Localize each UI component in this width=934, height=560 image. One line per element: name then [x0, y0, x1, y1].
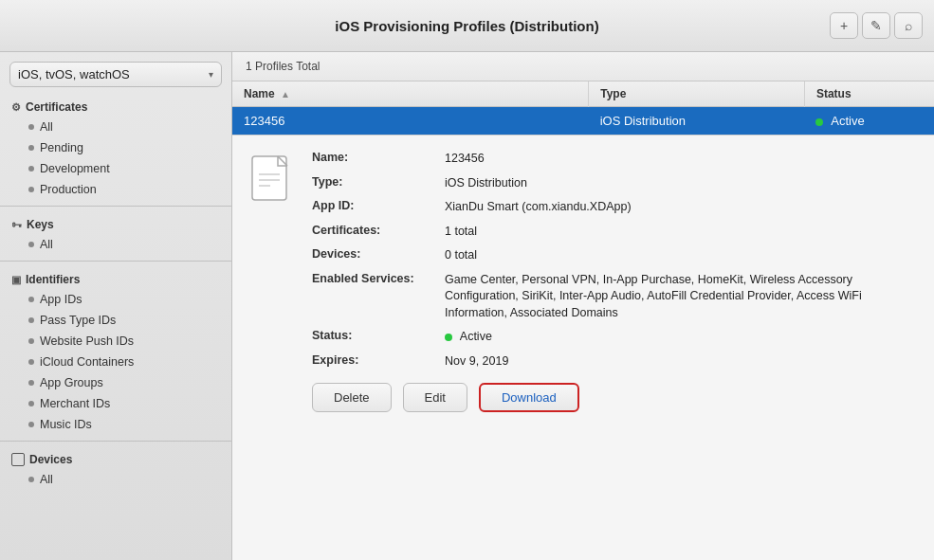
content-header: 1 Profiles Total — [232, 52, 934, 81]
sidebar-item-music-ids[interactable]: Music IDs — [0, 414, 231, 435]
sidebar-item-production[interactable]: Production — [0, 179, 231, 200]
col-type-header[interactable]: Type — [589, 81, 805, 107]
table-header-row: Name ▲ Type Status — [232, 81, 934, 107]
sidebar-item-pass-type-ids[interactable]: Pass Type IDs — [0, 310, 231, 331]
devices-label: Devices: — [312, 247, 445, 261]
top-bar: iOS Provisioning Profiles (Distribution)… — [0, 0, 934, 52]
edit-button[interactable]: ✎ — [862, 12, 890, 39]
detail-rows: Name: 123456 Type: iOS Distribution App … — [312, 151, 915, 370]
profiles-table-container: Name ▲ Type Status 123456 iOS — [232, 81, 934, 135]
sidebar: iOS, tvOS, watchOS ▾ ⚙ Certificates All … — [0, 52, 232, 560]
device-icon — [11, 453, 25, 466]
bullet-icon — [28, 145, 34, 151]
row-name: 123456 — [232, 107, 589, 135]
sidebar-item-all-certs[interactable]: All — [0, 117, 231, 137]
sidebar-item-label: All — [40, 473, 53, 486]
devices-label: Devices — [29, 453, 72, 466]
sidebar-item-all-devices[interactable]: All — [0, 469, 231, 490]
sidebar-item-label: Development — [40, 162, 110, 175]
detail-status-row: Status: Active — [312, 329, 915, 346]
platform-selector[interactable]: iOS, tvOS, watchOS ▾ — [9, 62, 222, 87]
sidebar-item-label: Production — [40, 183, 97, 196]
profiles-total: 1 Profiles Total — [246, 60, 320, 73]
detail-certificates-row: Certificates: 1 total — [312, 224, 915, 241]
enabled-services-value: Game Center, Personal VPN, In-App Purcha… — [445, 272, 915, 322]
edit-button[interactable]: Edit — [403, 383, 467, 412]
bullet-icon — [28, 297, 34, 302]
status-dot-detail-icon — [445, 334, 452, 341]
sidebar-item-label: iCloud Containers — [40, 355, 134, 369]
status-dot-icon — [815, 118, 823, 126]
keys-label: Keys — [27, 218, 54, 231]
download-button[interactable]: Download — [479, 383, 579, 412]
certificates-label: Certificates — [26, 100, 87, 114]
app-id-value: XianDu Smart (com.xiandu.XDApp) — [445, 199, 915, 216]
detail-name-row: Name: 123456 — [312, 151, 915, 168]
app-id-label: App ID: — [312, 199, 445, 212]
sidebar-item-development[interactable]: Development — [0, 158, 231, 179]
type-label: Type: — [312, 175, 445, 189]
certificates-section: ⚙ Certificates All Pending Development P… — [0, 95, 231, 200]
devices-section: Devices All — [0, 447, 231, 490]
bullet-icon — [28, 380, 34, 386]
devices-value: 0 total — [445, 247, 915, 264]
keys-header[interactable]: 🗝 Keys — [0, 212, 231, 234]
detail-type-row: Type: iOS Distribution — [312, 175, 915, 192]
row-type: iOS Distribution — [589, 107, 805, 135]
expires-label: Expires: — [312, 353, 445, 367]
name-value: 123456 — [445, 151, 915, 168]
identifiers-section: ▣ Identifiers App IDs Pass Type IDs Webs… — [0, 267, 231, 435]
row-status: Active — [804, 107, 934, 135]
sidebar-item-label: All — [40, 120, 53, 134]
bullet-icon — [28, 477, 34, 482]
sidebar-item-website-push-ids[interactable]: Website Push IDs — [0, 331, 231, 352]
sidebar-item-label: Website Push IDs — [40, 334, 134, 348]
identifiers-label: Identifiers — [26, 273, 80, 286]
col-name-header[interactable]: Name ▲ — [232, 81, 589, 107]
sidebar-item-app-groups[interactable]: App Groups — [0, 372, 231, 393]
sidebar-item-all-keys[interactable]: All — [0, 234, 231, 255]
col-type-label: Type — [600, 87, 626, 100]
status-text: Active — [460, 330, 492, 343]
bullet-icon — [28, 166, 34, 172]
bullet-icon — [28, 338, 34, 344]
identifiers-header[interactable]: ▣ Identifiers — [0, 267, 231, 289]
sidebar-item-label: Music IDs — [40, 418, 92, 431]
svg-rect-0 — [252, 156, 286, 200]
add-button[interactable]: + — [830, 12, 858, 39]
detail-panel: Name: 123456 Type: iOS Distribution App … — [232, 135, 934, 560]
name-label: Name: — [312, 151, 445, 164]
devices-header[interactable]: Devices — [0, 447, 231, 469]
sidebar-item-label: Pass Type IDs — [40, 314, 116, 327]
sidebar-item-label: App Groups — [40, 376, 103, 389]
bullet-icon — [28, 359, 34, 365]
sidebar-item-merchant-ids[interactable]: Merchant IDs — [0, 393, 231, 414]
platform-arrow: ▾ — [209, 69, 213, 80]
sidebar-item-app-ids[interactable]: App IDs — [0, 289, 231, 310]
bullet-icon — [28, 187, 34, 192]
certificates-label: Certificates: — [312, 224, 445, 237]
sidebar-item-icloud-containers[interactable]: iCloud Containers — [0, 352, 231, 372]
sidebar-item-label: Merchant IDs — [40, 397, 110, 410]
search-button[interactable]: ⌕ — [894, 12, 923, 39]
expires-value: Nov 9, 2019 — [445, 353, 915, 370]
sidebar-item-label: App IDs — [40, 293, 82, 306]
type-value: iOS Distribution — [445, 175, 915, 192]
detail-app-id-row: App ID: XianDu Smart (com.xiandu.XDApp) — [312, 199, 915, 216]
sidebar-item-pending[interactable]: Pending — [0, 137, 231, 158]
platform-label: iOS, tvOS, watchOS — [18, 67, 130, 81]
detail-devices-row: Devices: 0 total — [312, 247, 915, 264]
certificates-header[interactable]: ⚙ Certificates — [0, 95, 231, 117]
sidebar-item-label: Pending — [40, 141, 83, 154]
col-name-label: Name — [244, 87, 275, 100]
keys-section: 🗝 Keys All — [0, 212, 231, 255]
bullet-icon — [28, 242, 34, 247]
status-value: Active — [445, 329, 915, 346]
delete-button[interactable]: Delete — [312, 383, 392, 412]
bullet-icon — [28, 317, 34, 323]
table-row[interactable]: 123456 iOS Distribution Active — [232, 107, 934, 135]
col-status-header[interactable]: Status — [804, 81, 934, 107]
sort-arrow-icon: ▲ — [281, 89, 290, 99]
certificates-value: 1 total — [445, 224, 915, 241]
detail-buttons: Delete Edit Download — [312, 383, 915, 412]
